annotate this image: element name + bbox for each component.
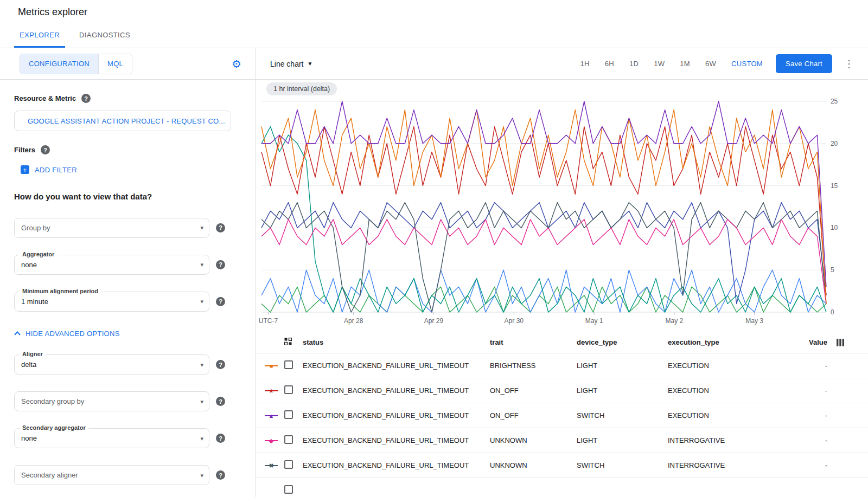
secondary-aggregator-select[interactable]: Secondary aggregator none ▾ (14, 428, 209, 448)
hide-advanced-options-button[interactable]: HIDE ADVANCED OPTIONS (14, 330, 120, 338)
aggregator-value: none (21, 261, 37, 269)
svg-text:0: 0 (831, 308, 834, 316)
help-icon[interactable]: ? (216, 397, 225, 406)
aggregator-select[interactable]: Aggregator none ▾ (14, 255, 209, 275)
selected-metric-button[interactable]: GOOGLE ASSISTANT ACTION PROJECT - REQUES… (14, 111, 231, 131)
gear-icon[interactable]: ⚙ (232, 59, 241, 69)
chevron-down-icon: ▾ (200, 261, 203, 268)
panel-toolbar: CONFIGURATION MQL ⚙ (0, 48, 256, 80)
table-body: ■ EXECUTION_BACKEND_FAILURE_URL_TIMEOUT … (256, 353, 868, 497)
min-alignment-select[interactable]: Minimum alignment period 1 minute ▾ (14, 292, 209, 312)
chevron-up-icon (14, 331, 21, 335)
help-icon[interactable]: ? (41, 145, 50, 154)
help-icon[interactable]: ? (216, 434, 225, 443)
row-checkbox[interactable] (284, 385, 293, 394)
column-header-device-type[interactable]: device_type (577, 338, 668, 346)
configuration-toggle-button[interactable]: CONFIGURATION (20, 54, 99, 74)
cell-value: - (785, 461, 827, 469)
secondary-group-by-placeholder: Secondary group by (21, 397, 84, 405)
table-row[interactable]: ✖ EXECUTION_BACKEND_FAILURE_URL_TIMEOUT … (256, 453, 868, 478)
tab-diagnostics[interactable]: DIAGNOSTICS (74, 24, 136, 48)
app-header: Metrics explorer (0, 0, 868, 24)
time-range-1d-button[interactable]: 1D (624, 56, 644, 71)
aligner-select[interactable]: Aligner delta ▾ (14, 354, 209, 375)
cell-status: EXECUTION_BACKEND_FAILURE_URL_TIMEOUT (303, 461, 490, 469)
help-icon[interactable]: ? (216, 223, 225, 233)
more-options-icon[interactable]: ⋮ (842, 58, 856, 70)
time-range-custom-button[interactable]: CUSTOM (726, 56, 768, 71)
chart-panel: Line chart ▼ 1H 6H 1D 1W 1M 6W CUSTOM Sa… (256, 48, 868, 497)
help-icon[interactable]: ? (216, 360, 225, 369)
cell-status: EXECUTION_BACKEND_FAILURE_URL_TIMEOUT (303, 411, 490, 419)
help-icon[interactable]: ? (216, 260, 225, 269)
help-icon[interactable]: ? (81, 94, 91, 103)
filters-label: Filters ? (14, 145, 242, 154)
cell-value: - (785, 436, 827, 444)
resource-metric-text: Resource & Metric (14, 94, 76, 102)
column-settings-icon[interactable] (837, 339, 844, 346)
row-checkbox[interactable] (284, 460, 293, 469)
cell-trait: ON_OFF (490, 411, 577, 419)
table-row[interactable]: ▲ EXECUTION_BACKEND_FAILURE_URL_TIMEOUT … (256, 403, 868, 428)
tab-bar: EXPLORER DIAGNOSTICS (0, 24, 868, 48)
cell-status: EXECUTION_BACKEND_FAILURE_URL_TIMEOUT (303, 362, 490, 370)
chevron-down-icon: ▾ (200, 398, 203, 405)
chart-area: 1 hr interval (delta) 0510152025UTC-7Apr… (256, 80, 868, 332)
cell-device-type: SWITCH (577, 461, 668, 469)
time-range-6w-button[interactable]: 6W (700, 56, 722, 71)
chart-type-select[interactable]: Line chart ▼ (270, 60, 312, 68)
help-icon[interactable]: ? (216, 297, 225, 306)
chevron-down-icon: ▾ (200, 224, 203, 231)
table-row[interactable] (256, 478, 868, 497)
svg-text:Apr 30: Apr 30 (505, 317, 524, 325)
cell-execution-type: EXECUTION (668, 386, 785, 395)
svg-text:May 2: May 2 (666, 317, 684, 325)
column-header-trait[interactable]: trait (490, 338, 577, 346)
view-question-heading: How do you want to view that data? (14, 192, 242, 201)
grid-icon[interactable] (284, 338, 292, 345)
row-checkbox[interactable] (284, 435, 293, 444)
cell-value: - (785, 411, 827, 419)
main-content: CONFIGURATION MQL ⚙ Resource & Metric ? … (0, 48, 868, 497)
series-marker-star: ★ (265, 387, 278, 394)
save-chart-button[interactable]: Save Chart (776, 54, 832, 73)
column-header-status[interactable]: status (303, 338, 490, 346)
svg-text:Apr 29: Apr 29 (424, 317, 444, 325)
min-alignment-label: Minimum alignment period (20, 288, 101, 294)
time-range-1h-button[interactable]: 1H (575, 56, 595, 71)
plus-icon: + (21, 165, 29, 174)
secondary-group-by-select[interactable]: Secondary group by ▾ (14, 391, 209, 411)
aligner-label: Aligner (20, 351, 46, 357)
table-row[interactable]: ■ EXECUTION_BACKEND_FAILURE_URL_TIMEOUT … (256, 353, 868, 378)
group-by-select[interactable]: Group by ▾ (14, 218, 209, 238)
series-marker-triangle: ▲ (265, 412, 278, 419)
row-checkbox[interactable] (284, 485, 293, 494)
line-chart[interactable]: 0510152025UTC-7Apr 28Apr 29Apr 30May 1Ma… (256, 80, 868, 332)
svg-text:15: 15 (831, 182, 838, 190)
time-range-1m-button[interactable]: 1M (674, 56, 695, 71)
table-row[interactable]: ★ EXECUTION_BACKEND_FAILURE_URL_TIMEOUT … (256, 378, 868, 403)
time-range-6h-button[interactable]: 6H (599, 56, 620, 71)
row-checkbox[interactable] (284, 410, 293, 419)
column-header-value[interactable]: Value (785, 338, 827, 346)
table-row[interactable]: ◆ EXECUTION_BACKEND_FAILURE_URL_TIMEOUT … (256, 428, 868, 453)
tab-explorer[interactable]: EXPLORER (14, 24, 65, 48)
selected-metric-label: GOOGLE ASSISTANT ACTION PROJECT - REQUES… (28, 117, 225, 125)
panel-body: Resource & Metric ? GOOGLE ASSISTANT ACT… (0, 80, 256, 485)
add-filter-button[interactable]: + ADD FILTER (21, 165, 77, 174)
chevron-down-icon: ▾ (200, 361, 203, 368)
help-icon[interactable]: ? (216, 470, 225, 480)
secondary-aligner-select[interactable]: Secondary aligner ▾ (14, 465, 209, 485)
row-checkbox[interactable] (284, 360, 293, 369)
mql-toggle-button[interactable]: MQL (99, 54, 132, 74)
series-marker-x: ✖ (265, 462, 278, 469)
time-range-1w-button[interactable]: 1W (648, 56, 670, 71)
chart-type-label: Line chart (270, 60, 303, 68)
secondary-aggregator-label: Secondary aggregator (20, 424, 88, 431)
cell-value: - (785, 386, 827, 395)
cell-device-type: LIGHT (577, 386, 668, 395)
cell-execution-type: EXECUTION (668, 411, 785, 419)
svg-text:UTC-7: UTC-7 (259, 317, 278, 325)
column-header-execution-type[interactable]: execution_type (668, 338, 785, 346)
chevron-down-icon: ▾ (200, 435, 203, 442)
